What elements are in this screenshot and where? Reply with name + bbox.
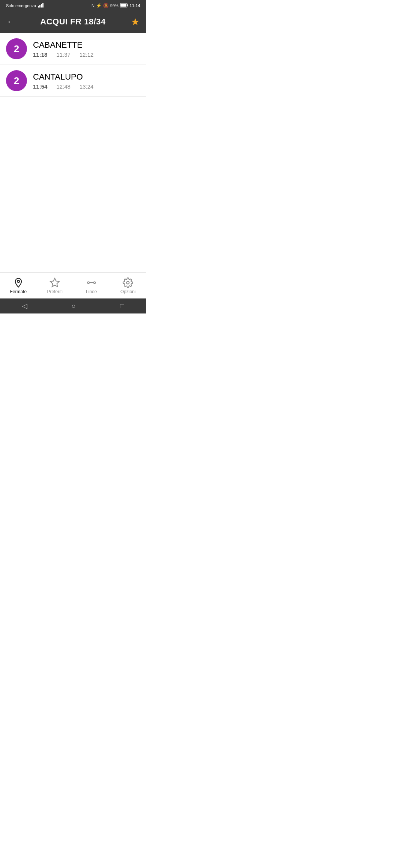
page-title: ACQUI FR 18/34 xyxy=(40,17,106,27)
favorite-button[interactable]: ★ xyxy=(131,16,140,28)
back-button[interactable]: ← xyxy=(7,17,15,27)
nav-label-opzioni: Opzioni xyxy=(120,289,136,294)
nav-label-fermate: Fermate xyxy=(10,289,27,294)
emergency-text: Solo emergenza xyxy=(6,3,36,8)
route-info-2: CANTALUPO 11:54 12:48 13:24 xyxy=(33,72,140,90)
route-list: 2 CABANETTE 11:18 11:37 12:12 2 CANTALUP… xyxy=(0,33,146,272)
bottom-nav: Fermate Preferiti Linee Opzioni xyxy=(0,272,146,298)
route-times-2: 11:54 12:48 13:24 xyxy=(33,83,140,90)
route-item-1[interactable]: 2 CABANETTE 11:18 11:37 12:12 xyxy=(0,33,146,65)
signal-icon xyxy=(38,3,44,8)
recents-nav-button[interactable]: □ xyxy=(120,302,124,310)
route-times-1: 11:18 11:37 12:12 xyxy=(33,51,140,58)
route-time-2-2: 12:48 xyxy=(56,83,70,90)
svg-rect-3 xyxy=(42,3,44,8)
svg-marker-8 xyxy=(51,278,59,286)
route-name-1: CABANETTE xyxy=(33,40,140,50)
android-nav-bar: ◁ ○ □ xyxy=(0,298,146,313)
route-info-1: CABANETTE 11:18 11:37 12:12 xyxy=(33,40,140,58)
svg-point-9 xyxy=(87,282,89,284)
battery-icon xyxy=(120,3,128,8)
bluetooth-icon: ⚡ xyxy=(96,3,102,8)
back-nav-button[interactable]: ◁ xyxy=(22,302,27,310)
fermate-icon xyxy=(13,277,24,288)
svg-rect-1 xyxy=(39,5,40,8)
route-badge-1: 2 xyxy=(6,38,27,59)
route-time-1-3: 12:12 xyxy=(80,51,94,58)
home-nav-button[interactable]: ○ xyxy=(72,302,76,310)
nav-label-preferiti: Preferiti xyxy=(47,289,63,294)
svg-point-10 xyxy=(94,282,96,284)
svg-point-12 xyxy=(127,282,129,284)
svg-rect-0 xyxy=(38,6,39,8)
svg-rect-5 xyxy=(127,5,128,6)
svg-rect-2 xyxy=(41,4,42,8)
preferiti-icon xyxy=(50,277,60,288)
route-number-2: 2 xyxy=(14,75,19,87)
nfc-icon: N xyxy=(92,3,94,8)
svg-point-7 xyxy=(17,280,20,283)
opzioni-icon xyxy=(123,277,133,288)
svg-rect-6 xyxy=(120,4,126,7)
route-time-2-1: 11:54 xyxy=(33,83,47,90)
route-time-1-2: 11:37 xyxy=(56,51,70,58)
nav-item-linee[interactable]: Linee xyxy=(73,277,110,294)
nav-label-linee: Linee xyxy=(86,289,97,294)
status-bar: Solo emergenza N ⚡ 🔕 99% 11:14 xyxy=(0,0,146,11)
mute-icon: 🔕 xyxy=(103,3,109,8)
linee-icon xyxy=(86,277,97,288)
battery-text: 99% xyxy=(110,3,118,8)
route-number-1: 2 xyxy=(14,43,19,55)
nav-item-fermate[interactable]: Fermate xyxy=(0,277,37,294)
route-time-1-1: 11:18 xyxy=(33,51,47,58)
status-left: Solo emergenza xyxy=(6,3,44,8)
route-item-2[interactable]: 2 CANTALUPO 11:54 12:48 13:24 xyxy=(0,65,146,97)
route-name-2: CANTALUPO xyxy=(33,72,140,82)
route-time-2-3: 13:24 xyxy=(80,83,94,90)
nav-item-opzioni[interactable]: Opzioni xyxy=(110,277,147,294)
app-bar: ← ACQUI FR 18/34 ★ xyxy=(0,11,146,33)
route-badge-2: 2 xyxy=(6,70,27,91)
status-right: N ⚡ 🔕 99% 11:14 xyxy=(92,3,140,8)
nav-item-preferiti[interactable]: Preferiti xyxy=(37,277,74,294)
time-text: 11:14 xyxy=(130,3,140,8)
